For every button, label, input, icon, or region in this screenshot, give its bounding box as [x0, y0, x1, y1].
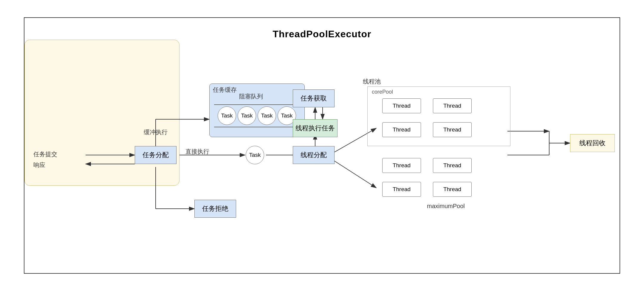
task-circle-direct: Task	[246, 146, 264, 164]
task-circle-2: Task	[238, 106, 256, 125]
task-buffer-label: 任务缓存	[213, 86, 237, 94]
task-circle-1: Task	[218, 106, 236, 125]
task-dispatch-box: 任务分配	[135, 146, 177, 164]
direct-exec-label: 直接执行	[185, 148, 209, 156]
diagram-container: ThreadPoolExecutor	[24, 17, 620, 274]
thread-max-2: Thread	[433, 158, 472, 173]
thread-core-2: Thread	[433, 98, 472, 113]
submit-label: 任务提交	[33, 150, 57, 158]
task-circle-3: Task	[258, 106, 276, 125]
svg-line-15	[335, 161, 376, 188]
task-reject-box: 任务拒绝	[194, 200, 236, 218]
thread-pool-label: 线程池	[363, 78, 381, 86]
task-exec-box: 线程执行任务	[293, 119, 338, 137]
response-label: 响应	[33, 161, 45, 169]
thread-alloc-box: 线程分配	[293, 146, 335, 164]
thread-max-4: Thread	[433, 182, 472, 197]
diagram-title: ThreadPoolExecutor	[24, 18, 620, 40]
thread-max-1: Thread	[382, 158, 421, 173]
corepool-area	[367, 86, 510, 146]
thread-core-1: Thread	[382, 98, 421, 113]
recycle-box: 线程回收	[570, 134, 615, 152]
thread-core-3: Thread	[382, 122, 421, 137]
corepool-label: corePool	[372, 89, 393, 95]
task-fetch-box: 任务获取	[293, 89, 335, 107]
blocking-queue-label: 阻塞队列	[239, 92, 263, 100]
maxpool-label: maximumPool	[427, 203, 465, 210]
buffer-exec-label: 缓冲执行	[144, 128, 168, 136]
thread-core-4: Thread	[433, 122, 472, 137]
thread-max-3: Thread	[382, 182, 421, 197]
